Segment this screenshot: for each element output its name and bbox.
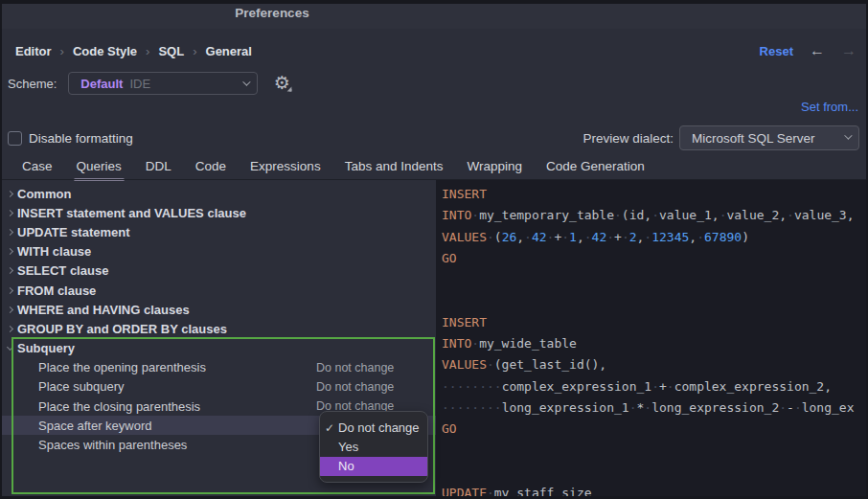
scheme-value: Default — [80, 77, 123, 91]
code-line: ········long_expression_1·*·long_express… — [442, 398, 868, 420]
tree-option-value[interactable]: Do not change — [316, 380, 394, 394]
code-line: ········complex_expression_1·+·complex_e… — [442, 377, 868, 398]
breadcrumb-actions: Reset ← → — [760, 43, 857, 58]
back-arrow-icon[interactable]: ← — [810, 43, 825, 58]
tab-tabs-and-indents[interactable]: Tabs and Indents — [345, 156, 444, 179]
breadcrumb-item-editor[interactable]: Editor — [15, 44, 52, 58]
tree-item-label: WITH clause — [17, 244, 91, 259]
code-line: INTO·my_wide_table — [442, 334, 868, 355]
tree-option-label: Space after keyword — [38, 419, 152, 433]
window-title: Preferences — [0, 6, 544, 20]
tree-item-subquery[interactable]: Subquery — [2, 339, 436, 358]
tree-item-with-clause[interactable]: WITH clause — [2, 242, 436, 261]
breadcrumb-item-general[interactable]: General — [206, 44, 252, 58]
breadcrumb: Editor›Code Style›SQL›General Reset ← → — [15, 42, 857, 59]
tree-option-label: Place subquery — [38, 379, 125, 394]
tab-label: Tabs and Indents — [345, 159, 444, 173]
value-dropdown-popup: ✓Do not changeYesNo — [319, 411, 428, 483]
code-line: INSERT — [442, 185, 868, 206]
tree-item-label: GROUP BY and ORDER BY clauses — [17, 322, 227, 336]
tree-item-label: Subquery — [17, 341, 75, 355]
code-line: INTO·my_temporary_table·(id,·value_1,·va… — [442, 206, 868, 227]
tab-label: Expressions — [250, 159, 321, 173]
chevron-right-icon[interactable] — [7, 191, 13, 197]
chevron-right-icon[interactable] — [7, 326, 13, 332]
chevron-right-icon[interactable] — [7, 306, 13, 313]
chevron-right-icon[interactable] — [7, 210, 13, 216]
tab-code[interactable]: Code — [195, 156, 226, 179]
tab-case[interactable]: Case — [22, 156, 53, 179]
scheme-row: Scheme: Default IDE ⚙ — [8, 72, 292, 95]
code-line: UPDATE·my_staff_size — [442, 484, 868, 499]
tab-label: Case — [22, 159, 53, 173]
tree-item-update-statement[interactable]: UPDATE statement — [2, 222, 436, 241]
tab-label: Queries — [77, 159, 122, 173]
preview-dialect-value: Microsoft SQL Server — [692, 131, 815, 146]
scheme-select[interactable]: Default IDE — [68, 72, 258, 95]
popup-option-no[interactable]: No — [320, 457, 427, 476]
tab-label: DDL — [146, 159, 171, 173]
preview-dialect-group: Preview dialect: Microsoft SQL Server — [582, 125, 859, 150]
options-row: Disable formatting Preview dialect: Micr… — [8, 125, 859, 150]
popup-option-label: Do not change — [338, 420, 420, 435]
tree-option-label: Spaces within parentheses — [38, 438, 187, 452]
tree-option-label: Place the closing parenthesis — [38, 399, 200, 414]
chevron-down-icon — [844, 131, 852, 139]
scheme-gear-button[interactable]: ⚙ — [271, 73, 292, 94]
tab-wrapping[interactable]: Wrapping — [467, 156, 522, 179]
popup-option-label: No — [338, 459, 354, 473]
forward-arrow-icon: → — [841, 43, 857, 58]
tree-item-label: UPDATE statement — [17, 225, 130, 239]
tree-item-label: INSERT statement and VALUES clause — [17, 206, 246, 220]
code-line — [442, 442, 868, 463]
breadcrumb-item-sql[interactable]: SQL — [158, 44, 184, 58]
breadcrumb-item-code-style[interactable]: Code Style — [73, 44, 137, 58]
tree-option-place-subquery[interactable]: Place subqueryDo not change — [2, 377, 436, 397]
chevron-right-icon: › — [60, 44, 64, 58]
chevron-down-icon — [242, 78, 250, 85]
tree-item-common[interactable]: Common — [2, 184, 436, 203]
tab-expressions[interactable]: Expressions — [250, 156, 321, 179]
chevron-down-icon[interactable] — [7, 344, 13, 351]
chevron-right-icon[interactable] — [7, 248, 13, 255]
set-from-link[interactable]: Set from... — [801, 100, 858, 114]
tree-item-insert-statement-and-values-clause[interactable]: INSERT statement and VALUES clause — [2, 203, 436, 222]
code-line: VALUES·(get_last_id(), — [442, 355, 868, 376]
tab-queries[interactable]: Queries — [77, 156, 122, 179]
scheme-label: Scheme: — [8, 77, 57, 91]
code-line: GO — [442, 420, 868, 441]
disable-formatting-label[interactable]: Disable formatting — [29, 131, 133, 146]
tree-item-label: Common — [17, 187, 71, 201]
tree-option-value[interactable]: Do not change — [316, 361, 394, 374]
preview-dialect-label: Preview dialect: — [582, 131, 674, 146]
preview-dialect-select[interactable]: Microsoft SQL Server — [679, 125, 859, 150]
tab-label: Code Generation — [546, 159, 645, 173]
tree-item-select-clause[interactable]: SELECT clause — [2, 261, 436, 281]
tree-item-where-and-having-clauses[interactable]: WHERE and HAVING clauses — [2, 300, 436, 319]
disable-formatting-checkbox[interactable] — [8, 131, 22, 146]
popup-option-yes[interactable]: Yes — [320, 438, 427, 457]
popup-option-do-not-change[interactable]: ✓Do not change — [320, 419, 427, 438]
chevron-right-icon: › — [193, 44, 196, 58]
breadcrumb-items: Editor›Code Style›SQL›General — [15, 44, 261, 58]
tree-item-label: FROM clause — [17, 284, 96, 298]
code-line — [442, 270, 868, 291]
tree-item-label: SELECT clause — [17, 263, 108, 278]
tab-code-generation[interactable]: Code Generation — [546, 156, 645, 179]
tab-label: Wrapping — [467, 159, 522, 173]
reset-link[interactable]: Reset — [760, 44, 793, 58]
tab-ddl[interactable]: DDL — [146, 156, 171, 179]
chevron-right-icon[interactable] — [7, 267, 13, 274]
code-line: VALUES·(26,·42·+·1,·42·+·2,·12345,·67890… — [442, 228, 868, 249]
chevron-right-icon[interactable] — [7, 229, 13, 236]
tree-item-from-clause[interactable]: FROM clause — [2, 281, 436, 300]
gear-dropdown-triangle-icon — [287, 87, 292, 92]
settings-tabs: CaseQueriesDDLCodeExpressionsTabs and In… — [22, 156, 645, 179]
tree-item-group-by-and-order-by-clauses[interactable]: GROUP BY and ORDER BY clauses — [2, 319, 436, 338]
popup-option-label: Yes — [338, 440, 358, 454]
sql-preview-editor[interactable]: INSERTINTO·my_temporary_table·(id,·value… — [436, 180, 868, 499]
chevron-right-icon: › — [146, 44, 149, 58]
preferences-window: { "colors": { "accent_purple": "#B189F5"… — [0, 0, 868, 499]
tree-option-place-the-opening-parenthesis[interactable]: Place the opening parenthesisDo not chan… — [2, 358, 436, 377]
chevron-right-icon[interactable] — [7, 286, 13, 293]
